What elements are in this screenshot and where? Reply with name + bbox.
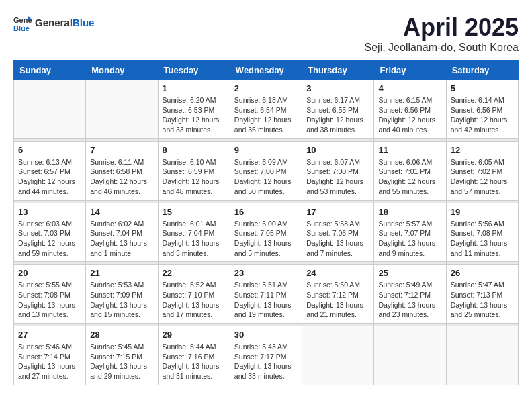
day-number: 16: [234, 207, 298, 217]
day-info: Sunrise: 5:45 AMSunset: 7:15 PMDaylight:…: [90, 342, 153, 381]
calendar-cell: [86, 80, 158, 139]
day-number: 11: [378, 145, 441, 155]
calendar-cell: 24Sunrise: 5:50 AMSunset: 7:12 PMDayligh…: [302, 265, 374, 324]
calendar-cell: 27Sunrise: 5:46 AMSunset: 7:14 PMDayligh…: [14, 326, 86, 385]
calendar-cell: 22Sunrise: 5:52 AMSunset: 7:10 PMDayligh…: [158, 265, 230, 324]
day-number: 27: [18, 330, 81, 340]
logo-general: General: [35, 17, 73, 28]
day-info: Sunrise: 6:17 AMSunset: 6:55 PMDaylight:…: [306, 95, 369, 135]
calendar-cell: 17Sunrise: 5:58 AMSunset: 7:06 PMDayligh…: [302, 203, 374, 262]
day-number: 13: [18, 207, 81, 217]
day-info: Sunrise: 6:20 AMSunset: 6:53 PMDaylight:…: [163, 95, 226, 135]
day-info: Sunrise: 6:13 AMSunset: 6:57 PMDaylight:…: [18, 157, 81, 197]
day-number: 21: [90, 268, 153, 278]
day-number: 6: [18, 145, 81, 155]
weekday-header-saturday: Saturday: [446, 61, 518, 80]
day-info: Sunrise: 6:18 AMSunset: 6:54 PMDaylight:…: [234, 95, 298, 135]
day-number: 29: [163, 330, 226, 340]
day-number: 2: [234, 83, 298, 93]
day-number: 22: [163, 268, 226, 278]
day-number: 17: [306, 207, 369, 217]
day-info: Sunrise: 6:11 AMSunset: 6:58 PMDaylight:…: [90, 157, 153, 197]
day-number: 10: [306, 145, 369, 155]
day-info: Sunrise: 6:00 AMSunset: 7:05 PMDaylight:…: [234, 219, 298, 259]
calendar-cell: 5Sunrise: 6:14 AMSunset: 6:56 PMDaylight…: [446, 80, 518, 139]
subtitle: Seji, Jeollanam-do, South Korea: [365, 42, 519, 54]
day-number: 24: [306, 268, 369, 278]
day-number: 25: [378, 268, 441, 278]
calendar-week-row: 1Sunrise: 6:20 AMSunset: 6:53 PMDaylight…: [14, 80, 519, 139]
page-header: General Blue GeneralBlue April 2025 Seji…: [13, 13, 519, 54]
logo-blue: Blue: [73, 17, 95, 28]
day-info: Sunrise: 6:09 AMSunset: 7:00 PMDaylight:…: [234, 157, 298, 197]
weekday-header-wednesday: Wednesday: [230, 61, 302, 80]
day-info: Sunrise: 5:57 AMSunset: 7:07 PMDaylight:…: [378, 219, 441, 259]
logo-icon: General Blue: [13, 13, 32, 32]
main-title: April 2025: [365, 13, 519, 42]
svg-text:Blue: Blue: [13, 24, 30, 32]
calendar-cell: 1Sunrise: 6:20 AMSunset: 6:53 PMDaylight…: [158, 80, 230, 139]
calendar-cell: 18Sunrise: 5:57 AMSunset: 7:07 PMDayligh…: [374, 203, 446, 262]
day-info: Sunrise: 6:01 AMSunset: 7:04 PMDaylight:…: [163, 219, 226, 259]
calendar-week-row: 27Sunrise: 5:46 AMSunset: 7:14 PMDayligh…: [14, 326, 519, 385]
calendar-cell: 20Sunrise: 5:55 AMSunset: 7:08 PMDayligh…: [14, 265, 86, 324]
calendar-cell: 14Sunrise: 6:02 AMSunset: 7:04 PMDayligh…: [86, 203, 158, 262]
calendar-cell: [374, 326, 446, 385]
calendar-cell: 2Sunrise: 6:18 AMSunset: 6:54 PMDaylight…: [230, 80, 302, 139]
calendar-cell: 4Sunrise: 6:15 AMSunset: 6:56 PMDaylight…: [374, 80, 446, 139]
day-number: 18: [378, 207, 441, 217]
calendar-cell: [446, 326, 518, 385]
weekday-header-row: SundayMondayTuesdayWednesdayThursdayFrid…: [14, 61, 519, 80]
day-info: Sunrise: 6:05 AMSunset: 7:02 PMDaylight:…: [451, 157, 514, 197]
day-number: 20: [18, 268, 81, 278]
weekday-header-friday: Friday: [374, 61, 446, 80]
calendar-cell: 28Sunrise: 5:45 AMSunset: 7:15 PMDayligh…: [86, 326, 158, 385]
calendar-cell: 21Sunrise: 5:53 AMSunset: 7:09 PMDayligh…: [86, 265, 158, 324]
calendar-week-row: 6Sunrise: 6:13 AMSunset: 6:57 PMDaylight…: [14, 141, 519, 200]
day-number: 4: [378, 83, 441, 93]
calendar-cell: 19Sunrise: 5:56 AMSunset: 7:08 PMDayligh…: [446, 203, 518, 262]
day-info: Sunrise: 6:03 AMSunset: 7:03 PMDaylight:…: [18, 219, 81, 259]
day-info: Sunrise: 5:49 AMSunset: 7:12 PMDaylight:…: [378, 280, 441, 320]
calendar-cell: 6Sunrise: 6:13 AMSunset: 6:57 PMDaylight…: [14, 141, 86, 200]
day-info: Sunrise: 6:10 AMSunset: 6:59 PMDaylight:…: [163, 157, 226, 197]
day-info: Sunrise: 5:46 AMSunset: 7:14 PMDaylight:…: [18, 342, 81, 381]
calendar-cell: [302, 326, 374, 385]
day-number: 19: [451, 207, 514, 217]
calendar-cell: 13Sunrise: 6:03 AMSunset: 7:03 PMDayligh…: [14, 203, 86, 262]
day-number: 12: [451, 145, 514, 155]
calendar-cell: [14, 80, 86, 139]
calendar-cell: 7Sunrise: 6:11 AMSunset: 6:58 PMDaylight…: [86, 141, 158, 200]
calendar-cell: 23Sunrise: 5:51 AMSunset: 7:11 PMDayligh…: [230, 265, 302, 324]
weekday-header-monday: Monday: [86, 61, 158, 80]
day-number: 9: [234, 145, 298, 155]
day-info: Sunrise: 6:07 AMSunset: 7:00 PMDaylight:…: [306, 157, 369, 197]
calendar-cell: 25Sunrise: 5:49 AMSunset: 7:12 PMDayligh…: [374, 265, 446, 324]
day-info: Sunrise: 5:50 AMSunset: 7:12 PMDaylight:…: [306, 280, 369, 320]
day-number: 28: [90, 330, 153, 340]
day-info: Sunrise: 5:55 AMSunset: 7:08 PMDaylight:…: [18, 280, 81, 320]
calendar-week-row: 20Sunrise: 5:55 AMSunset: 7:08 PMDayligh…: [14, 265, 519, 324]
calendar-cell: 16Sunrise: 6:00 AMSunset: 7:05 PMDayligh…: [230, 203, 302, 262]
day-number: 8: [163, 145, 226, 155]
day-number: 30: [234, 330, 298, 340]
day-number: 5: [451, 83, 514, 93]
day-number: 3: [306, 83, 369, 93]
calendar-table: SundayMondayTuesdayWednesdayThursdayFrid…: [13, 60, 519, 385]
day-info: Sunrise: 5:52 AMSunset: 7:10 PMDaylight:…: [163, 280, 226, 320]
day-info: Sunrise: 5:56 AMSunset: 7:08 PMDaylight:…: [451, 219, 514, 259]
calendar-cell: 3Sunrise: 6:17 AMSunset: 6:55 PMDaylight…: [302, 80, 374, 139]
calendar-cell: 26Sunrise: 5:47 AMSunset: 7:13 PMDayligh…: [446, 265, 518, 324]
day-number: 23: [234, 268, 298, 278]
calendar-cell: 12Sunrise: 6:05 AMSunset: 7:02 PMDayligh…: [446, 141, 518, 200]
calendar-week-row: 13Sunrise: 6:03 AMSunset: 7:03 PMDayligh…: [14, 203, 519, 262]
calendar-cell: 11Sunrise: 6:06 AMSunset: 7:01 PMDayligh…: [374, 141, 446, 200]
weekday-header-thursday: Thursday: [302, 61, 374, 80]
day-info: Sunrise: 5:51 AMSunset: 7:11 PMDaylight:…: [234, 280, 298, 320]
calendar-cell: 9Sunrise: 6:09 AMSunset: 7:00 PMDaylight…: [230, 141, 302, 200]
day-info: Sunrise: 5:47 AMSunset: 7:13 PMDaylight:…: [451, 280, 514, 320]
weekday-header-tuesday: Tuesday: [158, 61, 230, 80]
day-info: Sunrise: 6:06 AMSunset: 7:01 PMDaylight:…: [378, 157, 441, 197]
calendar-cell: 10Sunrise: 6:07 AMSunset: 7:00 PMDayligh…: [302, 141, 374, 200]
calendar-cell: 8Sunrise: 6:10 AMSunset: 6:59 PMDaylight…: [158, 141, 230, 200]
